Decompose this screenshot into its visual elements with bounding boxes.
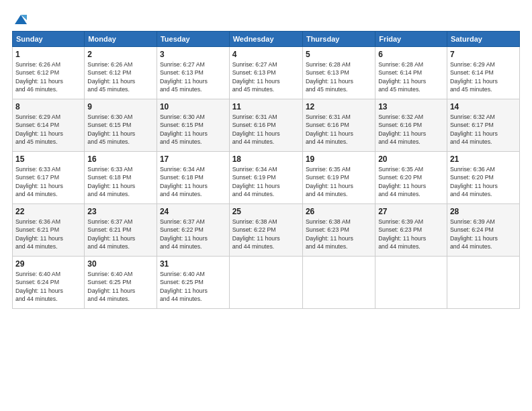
calendar-header-thursday: Thursday — [302, 32, 375, 47]
day-info: Sunrise: 6:26 AMSunset: 6:12 PMDaylight:… — [15, 60, 81, 93]
day-number: 18 — [232, 154, 300, 164]
day-number: 21 — [450, 154, 517, 164]
calendar-cell: 16Sunrise: 6:33 AMSunset: 6:18 PMDayligh… — [85, 152, 157, 204]
day-number: 25 — [232, 207, 300, 216]
day-info: Sunrise: 6:27 AMSunset: 6:13 PMDaylight:… — [160, 60, 226, 93]
day-number: 3 — [160, 50, 226, 59]
calendar-header-monday: Monday — [85, 32, 157, 47]
day-info: Sunrise: 6:40 AMSunset: 6:25 PMDaylight:… — [160, 270, 226, 303]
day-info: Sunrise: 6:29 AMSunset: 6:14 PMDaylight:… — [15, 113, 81, 146]
day-number: 5 — [306, 50, 372, 59]
calendar-cell: 3Sunrise: 6:27 AMSunset: 6:13 PMDaylight… — [157, 47, 229, 99]
day-info: Sunrise: 6:28 AMSunset: 6:13 PMDaylight:… — [306, 60, 372, 93]
day-number: 1 — [15, 50, 81, 59]
day-info: Sunrise: 6:33 AMSunset: 6:17 PMDaylight:… — [15, 165, 81, 198]
day-number: 20 — [378, 154, 444, 164]
calendar-cell: 1Sunrise: 6:26 AMSunset: 6:12 PMDaylight… — [13, 47, 85, 99]
day-info: Sunrise: 6:34 AMSunset: 6:19 PMDaylight:… — [232, 165, 300, 198]
calendar-header-friday: Friday — [375, 32, 447, 47]
day-number: 6 — [378, 50, 444, 59]
calendar-cell: 19Sunrise: 6:35 AMSunset: 6:19 PMDayligh… — [302, 152, 375, 204]
calendar-cell: 7Sunrise: 6:29 AMSunset: 6:14 PMDaylight… — [447, 47, 519, 99]
day-number: 29 — [15, 259, 81, 269]
calendar-header-wednesday: Wednesday — [229, 32, 302, 47]
calendar-cell: 24Sunrise: 6:37 AMSunset: 6:22 PMDayligh… — [157, 204, 229, 257]
day-info: Sunrise: 6:35 AMSunset: 6:19 PMDaylight:… — [306, 165, 372, 198]
calendar-cell: 25Sunrise: 6:38 AMSunset: 6:22 PMDayligh… — [229, 204, 302, 257]
day-info: Sunrise: 6:35 AMSunset: 6:20 PMDaylight:… — [378, 165, 444, 198]
calendar-cell: 18Sunrise: 6:34 AMSunset: 6:19 PMDayligh… — [229, 152, 302, 204]
day-number: 19 — [306, 154, 372, 164]
day-number: 11 — [232, 102, 300, 111]
day-info: Sunrise: 6:31 AMSunset: 6:16 PMDaylight:… — [306, 113, 372, 146]
day-number: 24 — [160, 207, 226, 216]
header — [12, 12, 520, 24]
calendar-cell: 22Sunrise: 6:36 AMSunset: 6:21 PMDayligh… — [13, 204, 85, 257]
day-info: Sunrise: 6:39 AMSunset: 6:24 PMDaylight:… — [450, 218, 517, 250]
calendar-cell: 21Sunrise: 6:36 AMSunset: 6:20 PMDayligh… — [447, 152, 519, 204]
calendar-week-3: 15Sunrise: 6:33 AMSunset: 6:17 PMDayligh… — [13, 152, 520, 204]
calendar-cell: 17Sunrise: 6:34 AMSunset: 6:18 PMDayligh… — [157, 152, 229, 204]
day-info: Sunrise: 6:29 AMSunset: 6:14 PMDaylight:… — [450, 60, 517, 93]
day-number: 14 — [450, 102, 517, 111]
calendar-cell: 20Sunrise: 6:35 AMSunset: 6:20 PMDayligh… — [375, 152, 447, 204]
logo — [12, 12, 28, 24]
calendar-cell: 30Sunrise: 6:40 AMSunset: 6:25 PMDayligh… — [85, 257, 157, 309]
day-info: Sunrise: 6:39 AMSunset: 6:23 PMDaylight:… — [378, 218, 444, 250]
day-number: 27 — [378, 207, 444, 216]
calendar-cell: 9Sunrise: 6:30 AMSunset: 6:15 PMDaylight… — [85, 99, 157, 152]
calendar-header-sunday: Sunday — [13, 32, 85, 47]
calendar-cell: 14Sunrise: 6:32 AMSunset: 6:17 PMDayligh… — [447, 99, 519, 152]
day-number: 22 — [15, 207, 81, 216]
day-info: Sunrise: 6:36 AMSunset: 6:20 PMDaylight:… — [450, 165, 517, 198]
day-number: 30 — [87, 259, 154, 269]
calendar-week-1: 1Sunrise: 6:26 AMSunset: 6:12 PMDaylight… — [13, 47, 520, 99]
day-number: 13 — [378, 102, 444, 111]
calendar-cell: 2Sunrise: 6:26 AMSunset: 6:12 PMDaylight… — [85, 47, 157, 99]
calendar-cell: 26Sunrise: 6:38 AMSunset: 6:23 PMDayligh… — [302, 204, 375, 257]
calendar-header-tuesday: Tuesday — [157, 32, 229, 47]
calendar-cell: 31Sunrise: 6:40 AMSunset: 6:25 PMDayligh… — [157, 257, 229, 309]
calendar-cell — [375, 257, 447, 309]
day-info: Sunrise: 6:37 AMSunset: 6:22 PMDaylight:… — [160, 218, 226, 250]
day-info: Sunrise: 6:33 AMSunset: 6:18 PMDaylight:… — [87, 165, 154, 198]
calendar-cell: 23Sunrise: 6:37 AMSunset: 6:21 PMDayligh… — [85, 204, 157, 257]
day-info: Sunrise: 6:32 AMSunset: 6:17 PMDaylight:… — [450, 113, 517, 146]
day-info: Sunrise: 6:34 AMSunset: 6:18 PMDaylight:… — [160, 165, 226, 198]
day-number: 12 — [306, 102, 372, 111]
day-info: Sunrise: 6:30 AMSunset: 6:15 PMDaylight:… — [87, 113, 154, 146]
day-number: 2 — [87, 50, 154, 59]
day-info: Sunrise: 6:31 AMSunset: 6:16 PMDaylight:… — [232, 113, 300, 146]
calendar-cell: 13Sunrise: 6:32 AMSunset: 6:16 PMDayligh… — [375, 99, 447, 152]
calendar-cell — [302, 257, 375, 309]
day-info: Sunrise: 6:32 AMSunset: 6:16 PMDaylight:… — [378, 113, 444, 146]
calendar-cell: 29Sunrise: 6:40 AMSunset: 6:24 PMDayligh… — [13, 257, 85, 309]
day-info: Sunrise: 6:28 AMSunset: 6:14 PMDaylight:… — [378, 60, 444, 93]
day-info: Sunrise: 6:38 AMSunset: 6:23 PMDaylight:… — [306, 218, 372, 250]
day-number: 31 — [160, 259, 226, 269]
calendar-cell — [229, 257, 302, 309]
calendar-cell: 10Sunrise: 6:30 AMSunset: 6:15 PMDayligh… — [157, 99, 229, 152]
day-number: 16 — [87, 154, 154, 164]
calendar-cell: 15Sunrise: 6:33 AMSunset: 6:17 PMDayligh… — [13, 152, 85, 204]
day-number: 26 — [306, 207, 372, 216]
day-number: 4 — [232, 50, 300, 59]
calendar-cell: 11Sunrise: 6:31 AMSunset: 6:16 PMDayligh… — [229, 99, 302, 152]
day-info: Sunrise: 6:30 AMSunset: 6:15 PMDaylight:… — [160, 113, 226, 146]
calendar-cell: 6Sunrise: 6:28 AMSunset: 6:14 PMDaylight… — [375, 47, 447, 99]
day-info: Sunrise: 6:40 AMSunset: 6:24 PMDaylight:… — [15, 270, 81, 303]
day-number: 23 — [87, 207, 154, 216]
calendar-week-2: 8Sunrise: 6:29 AMSunset: 6:14 PMDaylight… — [13, 99, 520, 152]
calendar-cell: 5Sunrise: 6:28 AMSunset: 6:13 PMDaylight… — [302, 47, 375, 99]
logo-icon — [13, 12, 28, 27]
day-info: Sunrise: 6:26 AMSunset: 6:12 PMDaylight:… — [87, 60, 154, 93]
day-number: 9 — [87, 102, 154, 111]
day-info: Sunrise: 6:37 AMSunset: 6:21 PMDaylight:… — [87, 218, 154, 250]
calendar-cell — [447, 257, 519, 309]
day-number: 28 — [450, 207, 517, 216]
calendar-week-4: 22Sunrise: 6:36 AMSunset: 6:21 PMDayligh… — [13, 204, 520, 257]
day-info: Sunrise: 6:38 AMSunset: 6:22 PMDaylight:… — [232, 218, 300, 250]
day-info: Sunrise: 6:36 AMSunset: 6:21 PMDaylight:… — [15, 218, 81, 250]
calendar-cell: 27Sunrise: 6:39 AMSunset: 6:23 PMDayligh… — [375, 204, 447, 257]
calendar-week-5: 29Sunrise: 6:40 AMSunset: 6:24 PMDayligh… — [13, 257, 520, 309]
